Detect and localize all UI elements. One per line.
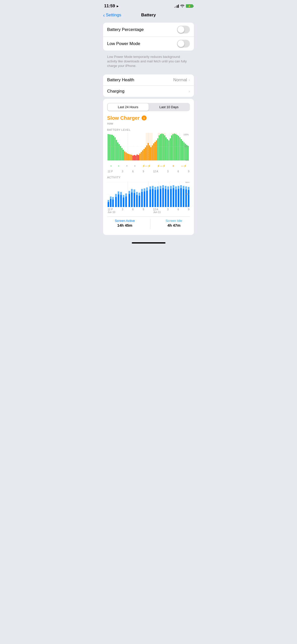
svg-rect-107 xyxy=(141,189,143,192)
x-label-12p: 12 P xyxy=(108,170,113,173)
svg-rect-18 xyxy=(128,154,130,160)
x-label-3b: 3 xyxy=(167,170,169,173)
svg-rect-143 xyxy=(188,187,189,190)
svg-rect-5 xyxy=(110,135,112,160)
segment-last-10-days[interactable]: Last 10 Days xyxy=(149,103,190,111)
low-power-mode-toggle[interactable] xyxy=(177,40,190,48)
svg-rect-28 xyxy=(142,150,143,160)
svg-rect-29 xyxy=(143,149,145,160)
svg-rect-125 xyxy=(165,186,166,189)
svg-rect-61 xyxy=(188,146,189,160)
svg-rect-30 xyxy=(145,147,146,160)
svg-rect-41 xyxy=(160,134,161,160)
charging-icons-row: ● ● ⏸ ● ⚡—⚡ ⚡—⚡ ⏸ —⚡ xyxy=(107,164,190,168)
svg-rect-54 xyxy=(178,136,179,160)
svg-rect-19 xyxy=(130,154,131,160)
battery-health-row[interactable]: Battery Health Normal › xyxy=(103,74,194,86)
svg-rect-7 xyxy=(113,136,114,160)
svg-rect-37 xyxy=(154,142,156,160)
charging-row[interactable]: Charging › xyxy=(103,86,194,97)
x-label-12a: 12 A xyxy=(153,170,158,173)
svg-rect-119 xyxy=(157,186,158,189)
svg-rect-135 xyxy=(178,186,179,189)
chart-timestamp: now xyxy=(107,122,190,125)
svg-rect-93 xyxy=(123,195,124,197)
svg-rect-3 xyxy=(108,134,109,160)
svg-rect-130 xyxy=(173,188,174,207)
svg-rect-83 xyxy=(110,196,111,199)
plug-icon-4: ● xyxy=(134,165,136,167)
screen-idle-label: Screen Idle xyxy=(166,219,182,223)
svg-rect-84 xyxy=(112,199,114,207)
x-label-9b: 9 xyxy=(188,170,189,173)
svg-rect-4 xyxy=(109,134,110,160)
svg-rect-122 xyxy=(162,188,164,207)
svg-rect-126 xyxy=(167,189,169,207)
svg-rect-16 xyxy=(125,152,127,160)
svg-rect-100 xyxy=(134,193,135,207)
battery-x-labels: 12 P 3 6 9 12 A 3 6 9 xyxy=(107,170,190,173)
signal-bars-icon xyxy=(174,4,179,8)
chevron-right-icon-2: › xyxy=(189,89,190,94)
svg-rect-88 xyxy=(118,194,119,207)
svg-rect-113 xyxy=(149,186,151,189)
svg-rect-104 xyxy=(139,196,140,207)
x-label-6b: 6 xyxy=(178,170,179,173)
svg-text:60m: 60m xyxy=(185,182,189,183)
activity-label: ACTIVITY xyxy=(107,176,190,179)
svg-rect-137 xyxy=(180,185,182,188)
svg-rect-117 xyxy=(154,187,156,190)
svg-rect-92 xyxy=(123,197,124,207)
svg-rect-82 xyxy=(110,199,111,207)
svg-rect-21 xyxy=(133,155,134,160)
svg-rect-133 xyxy=(175,186,177,189)
svg-rect-46 xyxy=(167,139,168,160)
svg-rect-94 xyxy=(125,196,127,207)
activity-x-labels: 12 P 3 6 9 12 A 3 6 9 xyxy=(107,208,190,211)
act-x-6b: 6 xyxy=(178,208,179,211)
slow-charger-label: Slow Charger xyxy=(107,115,140,121)
home-indicator xyxy=(99,237,198,246)
svg-rect-45 xyxy=(165,137,167,160)
svg-rect-142 xyxy=(188,190,189,207)
svg-rect-42 xyxy=(161,134,163,160)
svg-rect-9 xyxy=(116,140,117,160)
svg-rect-138 xyxy=(183,189,184,207)
battery-icon: ⚡ xyxy=(186,4,193,8)
act-x-6: 6 xyxy=(132,208,134,211)
svg-rect-132 xyxy=(175,189,177,207)
low-power-mode-row: Low Power Mode xyxy=(103,37,194,51)
pause-icon-1: ⏸ xyxy=(172,165,175,167)
date-jun11: Jun 11 xyxy=(153,211,161,214)
svg-rect-128 xyxy=(170,189,172,207)
svg-rect-56 xyxy=(181,139,182,160)
x-label-3: 3 xyxy=(122,170,123,173)
screen-idle-item: Screen Idle 4h 47m xyxy=(166,219,182,229)
back-button[interactable]: ‹ Settings xyxy=(103,12,121,18)
battery-percentage-toggle[interactable] xyxy=(177,26,190,33)
svg-rect-111 xyxy=(146,187,148,191)
svg-text:0%: 0% xyxy=(186,159,189,161)
segment-last-24-hours[interactable]: Last 24 Hours xyxy=(108,103,149,111)
svg-rect-102 xyxy=(136,195,138,207)
page-title: Battery xyxy=(141,13,156,18)
battery-percentage-label: Battery Percentage xyxy=(107,27,144,32)
segment-control[interactable]: Last 24 Hours Last 10 Days xyxy=(107,103,190,111)
svg-rect-22 xyxy=(134,155,135,160)
svg-rect-81 xyxy=(108,200,109,202)
charging-right: › xyxy=(189,89,190,94)
svg-rect-86 xyxy=(115,197,117,207)
chevron-left-icon: ‹ xyxy=(103,12,105,18)
screen-active-item: Screen Active 14h 45m xyxy=(115,219,135,229)
act-x-12p: 12 P xyxy=(108,208,113,211)
info-badge[interactable]: i xyxy=(142,115,147,120)
act-x-3b: 3 xyxy=(167,208,169,211)
svg-text:0m: 0m xyxy=(187,205,189,207)
nav-bar: ‹ Settings Battery xyxy=(99,11,198,21)
svg-text:50%: 50% xyxy=(185,145,189,147)
legend-divider xyxy=(150,219,150,229)
activity-chart-svg: 60m 30m 0m xyxy=(107,182,190,207)
svg-rect-51 xyxy=(174,134,175,160)
date-labels: Jun 10 Jun 11 xyxy=(107,211,190,214)
svg-rect-106 xyxy=(141,192,143,207)
